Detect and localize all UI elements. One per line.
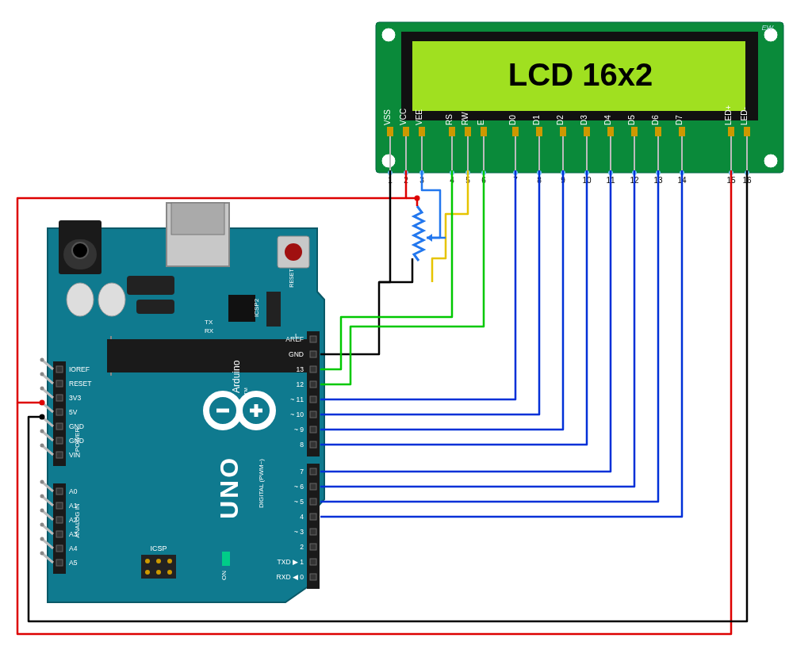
svg-rect-129 [310, 381, 316, 388]
svg-rect-142 [310, 574, 316, 580]
digital-label: DIGITAL (PWM~) [258, 459, 265, 508]
svg-point-93 [40, 387, 44, 391]
arduino-pin-label: 8 [300, 441, 304, 449]
svg-rect-91 [56, 395, 63, 401]
svg-point-124 [40, 552, 44, 556]
svg-point-109 [40, 480, 44, 484]
arduino-pin-label: 13 [297, 365, 304, 373]
svg-point-87 [40, 358, 44, 362]
svg-rect-56 [171, 203, 224, 235]
svg-rect-133 [310, 441, 316, 448]
lcd-pin-label: D3 [580, 115, 588, 125]
icsp2-label: ICSP2 [253, 298, 260, 317]
arduino-pin-label: 4 [300, 513, 304, 521]
svg-rect-138 [310, 514, 316, 520]
arduino-pin-label: VIN [69, 451, 80, 459]
arduino-pin-label: 12 [297, 380, 304, 388]
svg-rect-94 [56, 409, 63, 415]
svg-rect-137 [310, 498, 316, 505]
rx-label: RX [205, 327, 214, 334]
arduino-brand: Arduino [231, 360, 242, 393]
on-label: ON [220, 571, 228, 580]
svg-rect-52 [744, 127, 750, 136]
lcd-pin-label: D5 [627, 115, 636, 125]
lcd-pin-label: VSS [383, 109, 392, 125]
svg-point-105 [40, 444, 44, 448]
arduino-pin-label: GND [69, 437, 84, 445]
lcd-pin-label: D1 [532, 115, 541, 125]
svg-rect-49 [728, 127, 734, 136]
svg-point-73 [156, 559, 161, 563]
lcd-pin-label: VCC [399, 109, 408, 125]
svg-point-3 [381, 154, 396, 168]
svg-rect-37 [607, 127, 614, 136]
arduino-pin-label: ~ 10 [290, 411, 304, 418]
svg-rect-136 [310, 483, 316, 490]
svg-point-102 [40, 430, 44, 434]
lcd-pin-label: D6 [651, 115, 660, 125]
arduino-pin-label: A1 [69, 502, 78, 510]
svg-rect-19 [465, 127, 471, 136]
lcd-display-text: LCD 16x2 [508, 57, 653, 92]
arduino-pin-label: A3 [69, 530, 78, 538]
arduino-pin-label: AREF [285, 335, 304, 343]
reset-label: RESET [289, 269, 294, 288]
arduino-pin-label: GND [289, 350, 304, 358]
svg-rect-119 [56, 545, 63, 552]
arduino-pin-label: ~ 11 [290, 395, 304, 403]
arduino-model: UNO [215, 456, 243, 519]
arduino-tm: TM [243, 388, 248, 395]
svg-rect-70 [266, 292, 281, 327]
svg-rect-68 [136, 300, 174, 314]
svg-rect-134 [307, 464, 320, 589]
svg-rect-116 [56, 531, 63, 537]
arduino-pin-label: RXD ◀ 0 [277, 573, 304, 581]
arduino-pin-label: 3V3 [69, 394, 81, 402]
svg-rect-69 [228, 295, 255, 322]
svg-rect-97 [56, 423, 63, 430]
arduino-pin-label: RESET [69, 380, 91, 388]
svg-rect-103 [56, 452, 63, 458]
arduino-pin-label: A0 [69, 487, 78, 495]
arduino-board: RESET ICSP2 ICSP Arduino TM UNO L TX RX … [48, 203, 324, 602]
svg-rect-25 [512, 127, 519, 136]
svg-rect-132 [310, 426, 316, 433]
svg-point-112 [40, 495, 44, 498]
arduino-pin-label: 5V [69, 408, 78, 416]
svg-rect-40 [631, 127, 638, 136]
svg-rect-107 [56, 488, 63, 495]
arduino-pin-label: 7 [300, 468, 304, 476]
svg-point-66 [98, 283, 125, 316]
svg-rect-135 [310, 468, 316, 475]
lcd-pin-label: D7 [675, 115, 684, 125]
tx-label: TX [205, 319, 213, 326]
svg-point-144 [415, 196, 420, 201]
svg-point-75 [145, 570, 150, 575]
svg-rect-31 [560, 127, 566, 136]
arduino-pin-label: A4 [69, 544, 78, 552]
arduino-pin-label: ~ 3 [294, 528, 304, 536]
arduino-pin-label: A2 [69, 516, 78, 524]
svg-rect-128 [310, 366, 316, 372]
lcd-pin-label: LED+ [724, 105, 733, 125]
arduino-pin-label: 2 [300, 543, 304, 551]
svg-point-59 [72, 243, 88, 258]
lcd-watermark: EW [762, 24, 775, 32]
lcd-pin-label: E [477, 120, 485, 125]
svg-rect-85 [56, 366, 63, 372]
svg-rect-113 [56, 517, 63, 523]
svg-point-143 [40, 400, 45, 406]
lcd-pin-label: VEE [415, 109, 423, 125]
svg-point-61 [285, 243, 302, 261]
svg-point-74 [167, 559, 172, 563]
svg-rect-139 [310, 529, 316, 535]
svg-rect-110 [56, 502, 63, 509]
lcd-pin-label: D0 [508, 115, 517, 125]
svg-rect-131 [310, 411, 316, 418]
arduino-pin-label: A5 [69, 559, 78, 567]
svg-rect-88 [56, 380, 63, 387]
svg-rect-34 [584, 127, 590, 136]
arduino-pin-label: GND [69, 422, 84, 430]
svg-point-76 [156, 570, 161, 575]
svg-rect-71 [141, 555, 176, 579]
